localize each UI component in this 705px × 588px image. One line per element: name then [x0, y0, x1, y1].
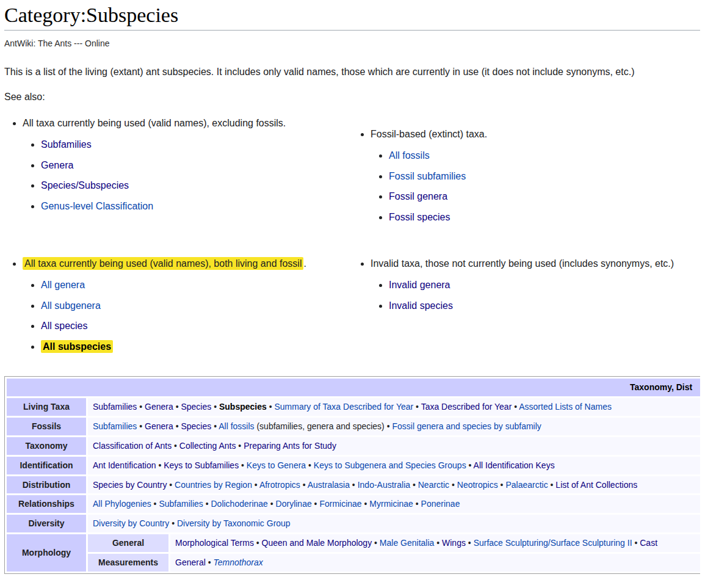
separator: • — [466, 460, 474, 470]
navbox-link[interactable]: Dolichoderinae — [211, 499, 267, 509]
see-also-label: See also: — [4, 92, 700, 103]
separator: • — [173, 402, 181, 412]
navbox-link[interactable]: Genera — [145, 421, 173, 431]
see-also-topic-text: Fossil-based (extinct) taxa. — [371, 129, 487, 139]
see-also-item: All genera — [41, 279, 352, 292]
navbox-link[interactable]: Myrmicinae — [369, 499, 413, 509]
see-also-link[interactable]: Subfamilies — [41, 139, 92, 150]
navbox-link[interactable]: Diversity by Country — [93, 518, 169, 528]
navbox-link[interactable]: Morphological Terms — [175, 538, 254, 548]
navbox-link[interactable]: Formicinae — [319, 499, 361, 509]
navbox-links-cell: Ant Identification • Keys to Subfamilies… — [88, 457, 700, 474]
see-also-topic-suffix: . — [303, 258, 306, 269]
navbox-link[interactable]: List of Ant Collections — [555, 480, 637, 490]
navbox-row: Living TaxaSubfamilies • Genera • Specie… — [7, 398, 700, 416]
see-also-link[interactable]: All fossils — [389, 150, 430, 161]
navbox-link[interactable]: Classification of Ants — [93, 441, 172, 451]
see-also-item: Genus-level Classification — [41, 200, 352, 213]
navbox-link[interactable]: Taxa Described for Year — [421, 402, 512, 412]
navbox-link[interactable]: Subfamilies — [93, 402, 137, 412]
see-also-block: Fossil-based (extinct) taxa.All fossilsF… — [352, 117, 700, 232]
navbox-row: DistributionSpecies by Country • Countri… — [7, 476, 700, 494]
see-also-link[interactable]: Fossil species — [389, 212, 450, 222]
navbox-link[interactable]: Summary of Taxa Described for Year — [274, 402, 413, 412]
navbox-link[interactable]: Keys to Subgenera and Species Groups — [314, 460, 466, 470]
navbox-link[interactable]: Afrotropics — [259, 480, 300, 490]
navbox-link[interactable]: Ponerinae — [421, 499, 460, 509]
navbox-links-cell: Diversity by Country • Diversity by Taxo… — [88, 515, 700, 532]
see-also-item: Fossil subfamilies — [389, 170, 700, 183]
navbox-link[interactable]: Ant Identification — [93, 460, 156, 470]
navbox-link[interactable]: Australasia — [308, 480, 350, 490]
navbox-link[interactable]: Male Genitalia — [380, 538, 435, 548]
separator: • — [466, 538, 474, 548]
navbox-link[interactable]: Cast — [640, 538, 657, 548]
navbox-links-cell: Classification of Ants • Collecting Ants… — [88, 437, 700, 455]
separator: • — [413, 402, 421, 412]
see-also-link[interactable]: Fossil subfamilies — [389, 171, 466, 181]
separator: • — [306, 460, 314, 470]
see-also-block: Invalid taxa, those not currently being … — [352, 258, 700, 361]
separator: • — [252, 480, 259, 490]
separator: • — [211, 402, 219, 412]
separator: • — [236, 441, 244, 451]
navbox-link[interactable]: Nearctic — [418, 480, 449, 490]
see-also-link[interactable]: Genus-level Classification — [41, 201, 153, 211]
navbox-link[interactable]: Indo-Australia — [358, 480, 410, 490]
navbox-link[interactable]: All Phylogenies — [93, 499, 151, 509]
navbox-link[interactable]: Keys to Genera — [247, 460, 306, 470]
see-also-topic-text: Invalid taxa, those not currently being … — [371, 258, 674, 269]
navbox-link[interactable]: Palaearctic — [505, 480, 548, 490]
navbox-link[interactable]: Subfamilies — [93, 421, 137, 431]
see-also-item: All fossils — [389, 150, 700, 162]
separator: • — [211, 421, 219, 431]
navbox-subgroup-label: General — [88, 534, 168, 552]
see-also-link[interactable]: Invalid species — [389, 300, 453, 311]
separator: • — [385, 421, 392, 431]
navbox-link[interactable]: Wings — [442, 538, 466, 548]
see-also-topic: All taxa currently being used (valid nam… — [23, 258, 352, 354]
see-also-item: All subgenera — [41, 300, 352, 313]
navbox-link[interactable]: Preparing Ants for Study — [244, 441, 336, 451]
navbox-link[interactable]: All Identification Keys — [474, 460, 555, 470]
see-also-link[interactable]: Invalid genera — [389, 280, 450, 290]
navbox-link[interactable]: All fossils — [219, 421, 254, 431]
see-also-topic-text: All taxa currently being used (valid nam… — [23, 118, 286, 128]
navbox-link[interactable]: Species by Country — [93, 480, 167, 490]
navbox-link[interactable]: Temnothorax — [214, 557, 263, 567]
separator: • — [362, 499, 370, 509]
navbox-link[interactable]: Neotropics — [457, 480, 498, 490]
navbox-link[interactable]: Dorylinae — [276, 499, 312, 509]
navbox-link[interactable]: Subfamilies — [159, 499, 203, 509]
see-also-topic: Invalid taxa, those not currently being … — [371, 258, 700, 312]
see-also-item: Invalid species — [389, 300, 700, 313]
see-also-link[interactable]: Species/Subspecies — [41, 180, 129, 191]
navbox-link[interactable]: Collecting Ants — [179, 441, 236, 451]
navbox-link[interactable]: Species — [181, 421, 211, 431]
navbox-link[interactable]: General — [175, 557, 206, 567]
navbox-group-label: Relationships — [7, 495, 86, 513]
see-also-link[interactable]: All species — [41, 321, 87, 331]
see-also-item: All species — [41, 320, 352, 333]
separator: • — [434, 538, 442, 548]
separator: • — [203, 499, 211, 509]
separator: • — [548, 480, 556, 490]
see-also-link[interactable]: Genera — [41, 160, 73, 170]
navbox-link[interactable]: Keys to Subfamilies — [164, 460, 239, 470]
navbox-link[interactable]: Assorted Lists of Names — [519, 402, 612, 412]
navbox-link[interactable]: Species — [181, 402, 211, 412]
separator: • — [137, 421, 145, 431]
navbox-link[interactable]: Countries by Region — [175, 480, 252, 490]
separator: • — [254, 538, 262, 548]
separator: • — [449, 480, 457, 490]
navbox-link[interactable]: Diversity by Taxonomic Group — [177, 518, 291, 528]
navbox-link[interactable]: Fossil genera and species by subfamily — [392, 421, 541, 431]
navbox-link[interactable]: Genera — [145, 402, 173, 412]
see-also-link[interactable]: All subgenera — [41, 300, 101, 311]
navbox-link[interactable]: Surface Sculpturing/Surface Sculpturing … — [474, 538, 632, 548]
separator: • — [267, 402, 275, 412]
see-also-topic: Fossil-based (extinct) taxa.All fossilsF… — [371, 128, 700, 224]
see-also-link[interactable]: Fossil genera — [389, 191, 447, 201]
navbox-link[interactable]: Queen and Male Morphology — [262, 538, 372, 548]
see-also-link[interactable]: All genera — [41, 280, 85, 290]
